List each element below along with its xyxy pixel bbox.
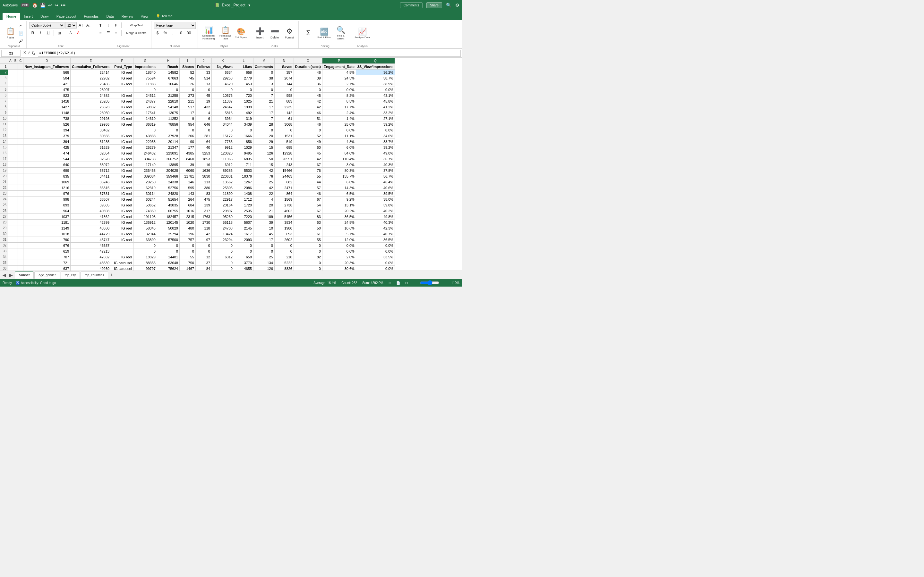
col-header-e[interactable]: E	[71, 58, 111, 64]
row-num-28[interactable]: 28	[0, 219, 8, 226]
cell-g16[interactable]: 246432	[134, 150, 157, 156]
cell-i34[interactable]: 55	[179, 254, 195, 260]
cell-g4[interactable]: 11883	[134, 81, 157, 87]
cell-c31[interactable]	[18, 237, 23, 243]
cell-e24[interactable]: 38507	[71, 197, 111, 202]
cell-m24[interactable]: 4	[253, 197, 274, 202]
cell-j6[interactable]: 45	[195, 93, 212, 98]
cell-e19[interactable]: 33712	[71, 168, 111, 173]
cell-b30[interactable]	[13, 231, 18, 237]
cell-q31[interactable]: 36.5%	[356, 237, 395, 243]
cell-l23[interactable]: 1408	[234, 191, 253, 197]
cell-e27[interactable]: 41362	[71, 214, 111, 219]
cell-q6[interactable]: 43.1%	[356, 93, 395, 98]
cell-j20[interactable]: 3830	[195, 173, 212, 179]
cell-f31[interactable]: IG reel	[111, 237, 134, 243]
cell-i9[interactable]: 17	[179, 110, 195, 116]
cell-f30[interactable]: IG reel	[111, 231, 134, 237]
cell-o21[interactable]: 44	[294, 179, 322, 185]
cell-f36[interactable]: IG carousel	[111, 266, 134, 271]
cell-l11[interactable]: 3439	[234, 121, 253, 127]
cell-d35[interactable]: 721	[23, 260, 71, 266]
cell-n2[interactable]: 357	[274, 69, 294, 75]
cell-p34[interactable]: 2.0%	[322, 254, 356, 260]
cell-k12[interactable]: 0	[212, 127, 234, 133]
cell-g24[interactable]: 60244	[134, 197, 157, 202]
cell-q33[interactable]: 0.0%	[356, 248, 395, 254]
cell-c5[interactable]	[18, 87, 23, 93]
font-color-button[interactable]: A	[75, 29, 82, 37]
cell-e9[interactable]: 28050	[71, 110, 111, 116]
cell-e30[interactable]: 44729	[71, 231, 111, 237]
cell-c22[interactable]	[18, 185, 23, 191]
cell-i15[interactable]: 177	[179, 145, 195, 150]
cell-c8[interactable]	[18, 104, 23, 110]
cell-j35[interactable]: 37	[195, 260, 212, 266]
col-header-p[interactable]: P	[322, 58, 356, 64]
format-as-table-button[interactable]: 📋 Format as Table	[217, 23, 233, 43]
cell-n35[interactable]: 5222	[274, 260, 294, 266]
cell-m18[interactable]: 15	[253, 162, 274, 168]
cell-p32[interactable]: 0.0%	[322, 243, 356, 248]
cell-q8[interactable]: 41.2%	[356, 104, 395, 110]
cell-g2[interactable]: 18340	[134, 69, 157, 75]
cell-m33[interactable]: 0	[253, 248, 274, 254]
wrap-text-button[interactable]: Wrap Text	[124, 22, 149, 29]
cell-k11[interactable]: 34044	[212, 121, 234, 127]
cell-k33[interactable]: 0	[212, 248, 234, 254]
comma-btn[interactable]: ,	[170, 29, 176, 37]
cut-button[interactable]: ✂	[17, 22, 24, 29]
cell-e15[interactable]: 31629	[71, 145, 111, 150]
bold-button[interactable]: B	[29, 29, 36, 37]
cell-b18[interactable]	[13, 162, 18, 168]
cell-n28[interactable]: 3834	[274, 219, 294, 226]
cell-h12[interactable]: 0	[157, 127, 179, 133]
cell-f7[interactable]: IG reel	[111, 98, 134, 104]
cell-c11[interactable]	[18, 121, 23, 127]
cell-c30[interactable]	[18, 231, 23, 237]
cell-d4[interactable]: 421	[23, 81, 71, 87]
cell-d9[interactable]: 1148	[23, 110, 71, 116]
search-icon[interactable]: 🔍	[446, 3, 451, 8]
cell-n5[interactable]: 0	[274, 87, 294, 93]
cell-d26[interactable]: 964	[23, 208, 71, 214]
cell-g6[interactable]: 24512	[134, 93, 157, 98]
cell-l17[interactable]: 6835	[234, 156, 253, 162]
cell-i6[interactable]: 273	[179, 93, 195, 98]
cell-n16[interactable]: 12928	[274, 150, 294, 156]
cell-h3[interactable]: 67063	[157, 75, 179, 81]
cell-c4[interactable]	[18, 81, 23, 87]
cell-q25[interactable]: 39.8%	[356, 202, 395, 208]
cell-n34[interactable]: 210	[274, 254, 294, 260]
cell-m13[interactable]: 20	[253, 133, 274, 139]
cell-q18[interactable]: 40.3%	[356, 162, 395, 168]
cell-l29[interactable]: 2145	[234, 226, 253, 231]
cell-q3[interactable]: 38.7%	[356, 75, 395, 81]
cell-h22[interactable]: 52756	[157, 185, 179, 191]
cell-h17[interactable]: 266752	[157, 156, 179, 162]
row-num-32[interactable]: 32	[0, 243, 8, 248]
italic-button[interactable]: I	[37, 29, 44, 37]
cell-g22[interactable]: 62319	[134, 185, 157, 191]
cell-i10[interactable]: 9	[179, 116, 195, 121]
cell-l13[interactable]: 1666	[234, 133, 253, 139]
cell-d3[interactable]: 504	[23, 75, 71, 81]
cell-m1[interactable]: Comments	[253, 64, 274, 69]
cell-n15[interactable]: 685	[274, 145, 294, 150]
cell-l6[interactable]: 720	[234, 93, 253, 98]
comments-button[interactable]: Comments	[400, 2, 423, 8]
cell-c20[interactable]	[18, 173, 23, 179]
cell-j25[interactable]: 139	[195, 202, 212, 208]
cell-o16[interactable]: 45	[294, 150, 322, 156]
cell-i24[interactable]: 264	[179, 197, 195, 202]
cell-p25[interactable]: 13.1%	[322, 202, 356, 208]
cell-e21[interactable]: 35246	[71, 179, 111, 185]
cell-f22[interactable]: IG reel	[111, 185, 134, 191]
cell-e34[interactable]: 47832	[71, 254, 111, 260]
cell-i29[interactable]: 480	[179, 226, 195, 231]
cell-f2[interactable]: IG reel	[111, 69, 134, 75]
cell-k17[interactable]: 111966	[212, 156, 234, 162]
cell-f29[interactable]: IG reel	[111, 226, 134, 231]
col-header-d[interactable]: D	[23, 58, 71, 64]
cell-k5[interactable]: 0	[212, 87, 234, 93]
